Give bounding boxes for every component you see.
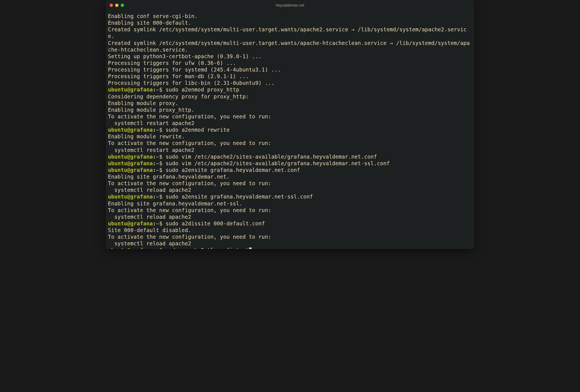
- prompt-dollar: $: [159, 154, 166, 160]
- output-text: systemctl restart apache2: [108, 147, 195, 153]
- prompt-at: @: [127, 167, 130, 173]
- terminal-command-line: ubuntu@grafana:~$ sudo a2ensite grafana.…: [108, 167, 472, 173]
- command-text: sudo a2enmod rewrite: [166, 127, 230, 133]
- window-title: heyvaldemar.net: [276, 3, 304, 7]
- output-text: systemctl reload apache2: [108, 240, 191, 246]
- prompt-colon: :: [153, 167, 156, 173]
- output-text: Processing triggers for man-db (2.9.1-1)…: [108, 73, 249, 79]
- terminal-output-line: systemctl restart apache2: [108, 147, 472, 153]
- prompt-user: ubuntu: [108, 247, 127, 249]
- terminal-body[interactable]: Enabling conf serve-cgi-bin.Enabling sit…: [106, 11, 474, 249]
- prompt-cwd: ~: [156, 220, 159, 226]
- prompt-cwd: ~: [156, 86, 159, 93]
- output-text: Processing triggers for libc-bin (2.31-0…: [108, 80, 274, 86]
- terminal-output-line: systemctl reload apache2: [108, 187, 472, 193]
- prompt-user: ubuntu: [108, 154, 127, 160]
- output-text: Enabling module rewrite.: [108, 133, 185, 139]
- terminal-output-line: Created symlink /etc/systemd/system/mult…: [108, 26, 472, 39]
- output-text: Processing triggers for systemd (245.4-4…: [108, 67, 281, 73]
- terminal-output-line: systemctl reload apache2: [108, 213, 472, 220]
- title-bar: heyvaldemar.net: [106, 0, 474, 11]
- prompt-at: @: [127, 220, 130, 226]
- terminal-output-line: Created symlink /etc/systemd/system/mult…: [108, 40, 472, 53]
- prompt-dollar: $: [159, 167, 166, 173]
- prompt-cwd: ~: [156, 194, 159, 200]
- output-text: To activate the new configuration, you n…: [108, 180, 271, 186]
- prompt-user: ubuntu: [108, 86, 127, 93]
- terminal-output-line: Enabling site 000-default.: [108, 19, 472, 26]
- output-text: To activate the new configuration, you n…: [108, 234, 271, 240]
- prompt-dollar: $: [159, 86, 166, 93]
- prompt-host: grafana: [130, 220, 153, 226]
- terminal-output-line: Enabling conf serve-cgi-bin.: [108, 13, 472, 19]
- terminal-output-line: Processing triggers for systemd (245.4-4…: [108, 66, 472, 73]
- prompt-host: grafana: [130, 194, 153, 200]
- output-text: systemctl reload apache2: [108, 187, 191, 193]
- terminal-command-line: ubuntu@grafana:~$ sudo a2enmod rewrite: [108, 126, 472, 133]
- prompt-cwd: ~: [156, 127, 159, 133]
- prompt-colon: :: [153, 160, 156, 166]
- prompt-at: @: [127, 247, 130, 249]
- prompt-cwd: ~: [156, 160, 159, 166]
- close-icon[interactable]: [110, 4, 113, 7]
- terminal-output-line: Considering dependency proxy for proxy_h…: [108, 93, 472, 100]
- output-text: systemctl reload apache2: [108, 214, 191, 220]
- prompt-host: grafana: [130, 167, 153, 173]
- prompt-user: ubuntu: [108, 167, 127, 173]
- minimize-icon[interactable]: [115, 4, 118, 7]
- prompt-cwd: ~: [156, 154, 159, 160]
- prompt-at: @: [127, 160, 130, 166]
- terminal-output-line: Enabling site grafana.heyvaldemar.net.: [108, 173, 472, 180]
- output-text: To activate the new configuration, you n…: [108, 207, 271, 213]
- terminal-output-line: To activate the new configuration, you n…: [108, 233, 472, 240]
- prompt-user: ubuntu: [108, 127, 127, 133]
- terminal-output-line: systemctl restart apache2: [108, 120, 472, 126]
- prompt-dollar: $: [159, 220, 166, 226]
- prompt-colon: :: [153, 220, 156, 226]
- output-text: Processing triggers for ufw (0.36-6) ...: [108, 60, 236, 66]
- output-text: Setting up python3-certbot-apache (0.39.…: [108, 53, 262, 59]
- terminal-command-line: ubuntu@grafana:~$ sudo vim /etc/apache2/…: [108, 153, 472, 160]
- prompt-colon: :: [153, 86, 156, 93]
- terminal-output-line: To activate the new configuration, you n…: [108, 140, 472, 146]
- prompt-dollar: $: [159, 247, 166, 249]
- prompt-user: ubuntu: [108, 220, 127, 226]
- prompt-dollar: $: [159, 127, 166, 133]
- prompt-user: ubuntu: [108, 160, 127, 166]
- prompt-host: grafana: [130, 160, 153, 166]
- prompt-at: @: [127, 86, 130, 93]
- prompt-at: @: [127, 154, 130, 160]
- prompt-cwd: ~: [156, 247, 159, 249]
- maximize-icon[interactable]: [121, 4, 124, 7]
- output-text: Site 000-default disabled.: [108, 227, 191, 233]
- terminal-output-line: Processing triggers for ufw (0.36-6) ...: [108, 60, 472, 66]
- terminal-output-line: Enabling module rewrite.: [108, 133, 472, 140]
- traffic-lights: [110, 4, 124, 7]
- output-text: Created symlink /etc/systemd/system/mult…: [108, 26, 466, 39]
- command-text: sudo a2enmod proxy_http: [166, 86, 239, 93]
- output-text: Enabling module proxy.: [108, 100, 178, 106]
- command-text: sudo a2ensite grafana.heyvaldemar.net-ss…: [166, 194, 313, 200]
- prompt-host: grafana: [130, 247, 153, 249]
- terminal-output-line: To activate the new configuration, you n…: [108, 207, 472, 213]
- output-text: Enabling site grafana.heyvaldemar.net.: [108, 174, 230, 180]
- prompt-at: @: [127, 127, 130, 133]
- prompt-colon: :: [153, 127, 156, 133]
- output-text: Enabling conf serve-cgi-bin.: [108, 13, 198, 19]
- terminal-command-line: ubuntu@grafana:~$ sudo a2ensite grafana.…: [108, 193, 472, 200]
- terminal-command-line: ubuntu@grafana:~$ sudo a2dissite 000-def…: [108, 220, 472, 227]
- terminal-output-line: Enabling module proxy_http.: [108, 106, 472, 113]
- command-text: sudo vim /etc/apache2/sites-available/gr…: [166, 154, 377, 160]
- command-text: sudo vim /etc/apache2/sites-available/gr…: [166, 160, 390, 166]
- prompt-dollar: $: [159, 194, 166, 200]
- terminal-command-line: ubuntu@grafana:~$ sudo vim /etc/apache2/…: [108, 160, 472, 167]
- output-text: Considering dependency proxy for proxy_h…: [108, 93, 249, 100]
- command-text: sudo apache2ctl configtest: [166, 247, 249, 249]
- output-text: To activate the new configuration, you n…: [108, 140, 271, 146]
- command-text: sudo a2dissite 000-default.conf: [166, 220, 265, 226]
- terminal-output-line: Processing triggers for libc-bin (2.31-0…: [108, 80, 472, 86]
- terminal-output-line: Setting up python3-certbot-apache (0.39.…: [108, 53, 472, 60]
- cursor: [249, 248, 252, 249]
- terminal-output-line: Site 000-default disabled.: [108, 227, 472, 233]
- terminal-command-line: ubuntu@grafana:~$ sudo a2enmod proxy_htt…: [108, 86, 472, 93]
